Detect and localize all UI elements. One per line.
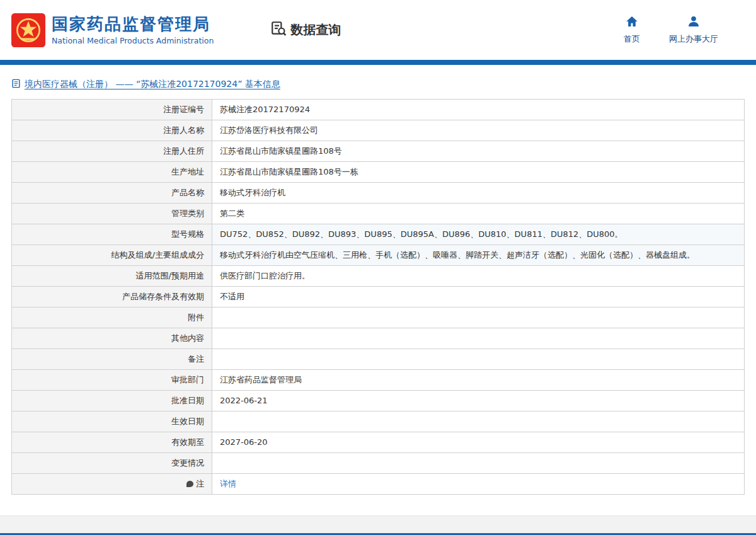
table-row: 批准日期2022-06-21 [12,391,745,411]
org-name-en: National Medical Products Administration [52,36,214,45]
row-value: 江苏省药品监督管理局 [212,370,745,391]
row-label: 注册证编号 [12,100,212,120]
table-row: 结构及组成/主要组成成分移动式牙科治疗机由空气压缩机、三用枪、手机（选配）、吸唾… [12,245,745,266]
table-row: 其他内容 [12,328,745,349]
page: 国家药品监督管理局 National Medical Products Admi… [0,0,756,535]
table-row: 变更情况 [12,453,745,474]
document-icon [11,79,21,90]
data-query-tab[interactable]: 数据查询 [270,20,341,40]
main-content: 境内医疗器械（注册） —— “苏械注准20172170924” 基本信息 注册证… [0,65,756,515]
row-label: 有效期至 [12,432,212,453]
row-value: 江苏省昆山市陆家镇星圃路108号一栋 [212,162,745,183]
table-row: 注册证编号苏械注准20172170924 [12,100,745,120]
row-value: 2022-06-21 [212,391,745,411]
nmpa-emblem-logo [11,13,45,47]
row-label: 适用范围/预期用途 [12,266,212,287]
table-row: 产品储存条件及有效期不适用 [12,287,745,308]
row-value [212,411,745,432]
row-label: 注 [12,474,212,495]
row-label: 备注 [12,349,212,370]
row-label: 产品储存条件及有效期 [12,287,212,308]
row-value: 第二类 [212,204,745,224]
top-nav: 首页 网上办事大厅 [624,15,718,45]
nav-home[interactable]: 首页 [624,15,640,45]
table-row: 附件 [12,308,745,328]
table-row: 注册人住所江苏省昆山市陆家镇星圃路108号 [12,141,745,162]
home-icon [626,15,638,30]
table-row: 管理类别第二类 [12,204,745,224]
row-value [212,453,745,474]
row-value: 详情 [212,474,745,495]
row-label: 注册人名称 [12,120,212,141]
detail-link[interactable]: 详情 [220,479,236,488]
nav-service-hall[interactable]: 网上办事大厅 [669,15,718,45]
table-row: 适用范围/预期用途供医疗部门口腔治疗用。 [12,266,745,287]
row-value: 2027-06-20 [212,432,745,453]
row-label: 型号规格 [12,224,212,245]
table-row: 生产地址江苏省昆山市陆家镇星圃路108号一栋 [12,162,745,183]
row-label: 管理类别 [12,204,212,224]
row-label: 产品名称 [12,183,212,204]
row-label: 批准日期 [12,391,212,411]
row-label: 结构及组成/主要组成成分 [12,245,212,266]
table-row: 注详情 [12,474,745,495]
row-value: 移动式牙科治疗机 [212,183,745,204]
comment-icon [186,481,193,487]
table-row: 审批部门江苏省药品监督管理局 [12,370,745,391]
row-label: 附件 [12,308,212,328]
row-label: 生产地址 [12,162,212,183]
user-icon [687,15,700,30]
document-search-icon [270,20,287,40]
row-value: 移动式牙科治疗机由空气压缩机、三用枪、手机（选配）、吸唾器、脚踏开关、超声洁牙（… [212,245,745,266]
nav-service-hall-label: 网上办事大厅 [669,33,718,45]
brand-text: 国家药品监督管理局 National Medical Products Admi… [52,14,214,45]
org-name-cn: 国家药品监督管理局 [52,14,214,34]
row-value: 苏械注准20172170924 [212,100,745,120]
row-label: 审批部门 [12,370,212,391]
row-label: 其他内容 [12,328,212,349]
brand: 国家药品监督管理局 National Medical Products Admi… [11,13,214,47]
nav-home-label: 首页 [624,33,640,45]
table-row: 型号规格DU752、DU852、DU892、DU893、DU895、DU895A… [12,224,745,245]
header-divider-bar [0,60,756,65]
data-query-label: 数据查询 [290,21,341,38]
row-value: DU752、DU852、DU892、DU893、DU895、DU895A、DU8… [212,224,745,245]
row-value: 江苏岱洛医疗科技有限公司 [212,120,745,141]
row-value: 江苏省昆山市陆家镇星圃路108号 [212,141,745,162]
row-value [212,308,745,328]
page-title: 境内医疗器械（注册） —— “苏械注准20172170924” 基本信息 [25,79,280,90]
row-label: 变更情况 [12,453,212,474]
row-value [212,328,745,349]
table-row: 有效期至2027-06-20 [12,432,745,453]
row-value [212,349,745,370]
table-row: 生效日期 [12,411,745,432]
row-value: 供医疗部门口腔治疗用。 [212,266,745,287]
footer [0,515,756,535]
table-row: 备注 [12,349,745,370]
row-label: 注册人住所 [12,141,212,162]
registration-info-table: 注册证编号苏械注准20172170924注册人名称江苏岱洛医疗科技有限公司注册人… [11,99,745,495]
table-row: 产品名称移动式牙科治疗机 [12,183,745,204]
table-row: 注册人名称江苏岱洛医疗科技有限公司 [12,120,745,141]
row-value: 不适用 [212,287,745,308]
breadcrumb: 境内医疗器械（注册） —— “苏械注准20172170924” 基本信息 [11,79,745,90]
header: 国家药品监督管理局 National Medical Products Admi… [0,0,756,60]
row-label: 生效日期 [12,411,212,432]
